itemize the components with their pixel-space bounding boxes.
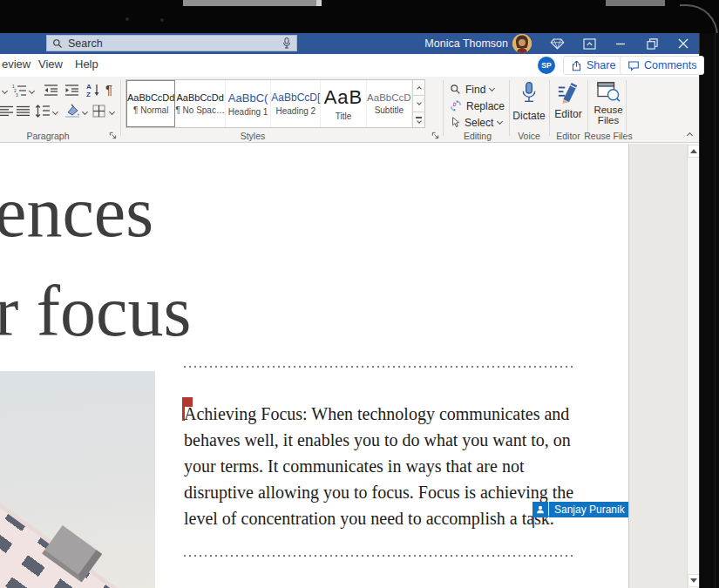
find-label: Find <box>465 84 485 96</box>
camera-dot <box>125 17 129 21</box>
chevron-down-icon <box>417 118 422 124</box>
group-divider <box>587 80 588 136</box>
reuse-files-button[interactable]: Reuse Files <box>591 81 626 125</box>
background-strip <box>606 0 665 6</box>
find-button[interactable]: Find <box>450 82 494 97</box>
align-left-icon[interactable] <box>0 105 13 117</box>
document-heading[interactable]: ences r focus <box>0 163 191 362</box>
chevron-down-icon[interactable] <box>109 109 115 115</box>
chevron-down-icon[interactable] <box>82 109 88 115</box>
restore-window-icon[interactable] <box>644 37 660 51</box>
replace-label: Replace <box>466 100 505 112</box>
reuse-files-icon <box>596 81 621 102</box>
share-button[interactable]: Share <box>563 56 623 75</box>
tab-view[interactable]: View <box>38 57 63 71</box>
dialog-launcher-icon[interactable] <box>431 131 439 139</box>
close-icon[interactable] <box>675 37 691 51</box>
paragraph-line[interactable]: your terms. It communicates in ways that… <box>184 453 573 479</box>
reuse-files-group-label: Reuse Files <box>577 131 640 141</box>
background-strip <box>316 0 322 6</box>
style-chip-heading2[interactable]: AaBbCcD[ Heading 2 <box>271 80 321 127</box>
tab-review[interactable]: eview <box>2 57 31 71</box>
document-image[interactable] <box>0 371 155 588</box>
scroll-down-button[interactable] <box>688 574 699 587</box>
tab-help[interactable]: Help <box>75 57 98 71</box>
presence-badge[interactable]: SP <box>538 57 555 74</box>
replace-icon: b <box>450 100 462 112</box>
collaborator-name: Sanjay Puranik <box>549 502 629 517</box>
gallery-up-button[interactable] <box>413 80 424 96</box>
chevron-up-icon <box>417 86 422 91</box>
shading-icon[interactable] <box>64 104 80 118</box>
ribbon: 1 2 3 <box>0 77 699 143</box>
decrease-indent-icon[interactable] <box>44 84 58 97</box>
style-chip-no-spacing[interactable]: AaBbCcDd ¶ No Spac… <box>175 80 226 127</box>
svg-text:Z: Z <box>86 91 91 98</box>
editor-pencil-icon <box>557 81 580 105</box>
style-chip-normal[interactable]: AaBbCcDd ¶ Normal <box>126 80 175 127</box>
camera-dot <box>160 18 164 22</box>
gallery-more-button[interactable] <box>413 112 424 127</box>
borders-icon[interactable] <box>92 105 105 118</box>
premium-diamond-icon[interactable] <box>549 37 565 51</box>
comments-button[interactable]: Comments <box>620 56 704 75</box>
paragraph-line[interactable]: Achieving Focus: When technology communi… <box>184 401 573 427</box>
scroll-up-button[interactable] <box>688 145 699 158</box>
ribbon-display-options-icon[interactable] <box>581 37 597 51</box>
style-name: Heading 1 <box>228 107 268 117</box>
style-chip-title[interactable]: AaB Title <box>321 80 366 127</box>
multilevel-list-icon[interactable]: 1 2 3 <box>12 84 27 98</box>
styles-group-label: Styles <box>222 131 283 141</box>
chevron-down-icon[interactable] <box>29 88 35 94</box>
device-bezel <box>699 33 719 588</box>
style-name: Heading 2 <box>276 106 316 116</box>
search-dictate-mic-icon[interactable] <box>282 37 291 50</box>
dictate-label: Dictate <box>512 110 545 122</box>
search-icon <box>52 38 63 49</box>
increase-indent-icon[interactable] <box>64 84 79 97</box>
style-chip-heading1[interactable]: AaBbC( Heading 1 <box>226 80 271 127</box>
group-divider <box>549 80 550 136</box>
line-spacing-icon[interactable] <box>35 105 50 118</box>
style-sample: AaBbCcDd <box>127 92 174 103</box>
signed-in-user[interactable]: Monica Thomson <box>424 37 508 50</box>
body-paragraph[interactable]: Achieving Focus: When technology communi… <box>184 401 573 531</box>
avatar[interactable] <box>512 34 532 53</box>
search-input[interactable] <box>68 37 282 50</box>
chevron-down-icon <box>417 100 422 105</box>
style-chip-subtitle[interactable]: AaBbCcD Subtitle <box>367 80 412 127</box>
screenshot-root: Monica Thomson <box>0 0 719 588</box>
editor-button[interactable]: Editor <box>553 81 584 120</box>
chevron-down-icon[interactable] <box>2 88 8 94</box>
document-page[interactable]: ences r focus Achieving Focus: When tech… <box>0 144 629 588</box>
chevron-down-icon <box>489 85 495 91</box>
style-name: ¶ No Spac… <box>175 105 225 115</box>
gallery-down-button[interactable] <box>413 96 424 112</box>
style-sample: AaB <box>324 86 363 109</box>
paragraph-line[interactable]: disruptive allowing you to focus. Focus … <box>184 479 573 505</box>
editor-label: Editor <box>554 108 581 120</box>
collapse-ribbon-button[interactable] <box>682 129 697 139</box>
pilcrow-icon[interactable]: ¶ <box>105 82 112 97</box>
search-box[interactable] <box>46 35 297 51</box>
vertical-scrollbar[interactable] <box>687 144 699 588</box>
paragraph-line[interactable]: behaves well, it enables you to do what … <box>184 427 573 453</box>
paragraph-line[interactable]: level of concentration you need to accom… <box>184 505 573 531</box>
scroll-up-icon <box>690 149 697 153</box>
heading-line: r focus <box>0 262 191 362</box>
align-justify-icon[interactable] <box>17 105 30 117</box>
group-divider <box>509 80 510 136</box>
sort-icon[interactable]: A Z <box>85 82 101 98</box>
heading-line: ences <box>0 163 191 262</box>
bezel-edge <box>715 33 716 588</box>
dictate-button[interactable]: Dictate <box>512 81 546 122</box>
chevron-down-icon[interactable] <box>52 109 58 115</box>
dialog-launcher-icon[interactable] <box>108 131 117 139</box>
minimize-icon[interactable] <box>613 37 628 51</box>
scroll-down-icon <box>690 578 697 583</box>
replace-button[interactable]: b Replace <box>450 98 505 113</box>
collaborator-label: Sanjay Puranik <box>532 502 629 517</box>
styles-gallery: AaBbCcDd ¶ Normal AaBbCcDd ¶ No Spac… Aa… <box>125 79 425 128</box>
group-divider <box>443 80 444 136</box>
select-button[interactable]: Select <box>450 115 502 130</box>
